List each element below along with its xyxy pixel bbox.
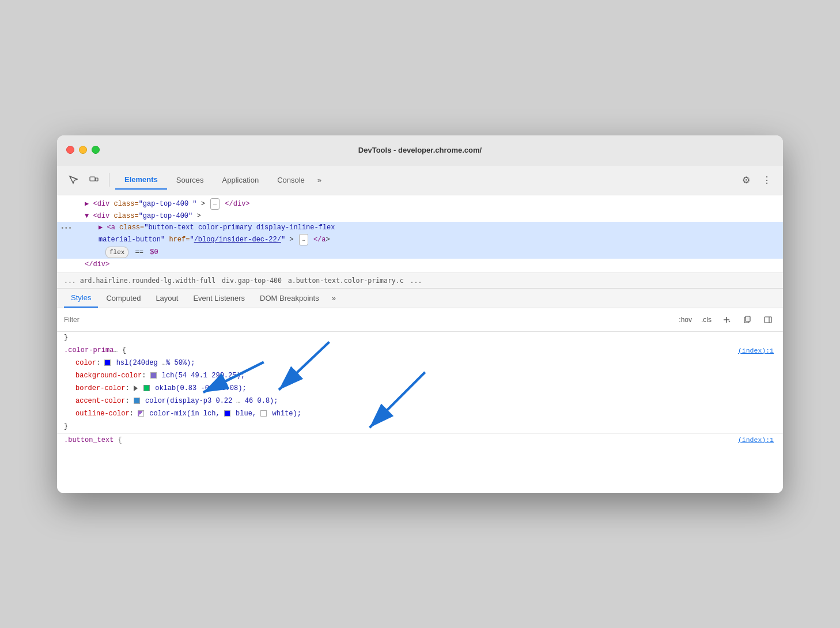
color-swatch-blue[interactable]	[104, 360, 111, 366]
add-style-icon[interactable]	[718, 312, 735, 328]
css-source-link-1[interactable]: (index):1	[738, 345, 774, 356]
arrow-down: ▼	[85, 212, 89, 220]
filter-input[interactable]	[64, 316, 672, 324]
color-swatch-mixed[interactable]	[138, 410, 144, 417]
more-style-tabs-button[interactable]: »	[330, 289, 338, 307]
devtools-window: DevTools - developer.chrome.com/ Element…	[57, 135, 783, 493]
css-selector-text: .color-prima	[64, 346, 113, 354]
css-closing-brace: }	[57, 421, 783, 433]
css-prop-border-color[interactable]: border-color: oklab(0.83 -0.2 0.08);	[57, 383, 783, 395]
copy-style-icon[interactable]	[739, 312, 755, 328]
three-dots: •••	[60, 223, 72, 233]
svg-rect-1	[96, 178, 99, 181]
color-swatch-purple[interactable]	[150, 372, 157, 379]
flex-badge[interactable]: flex	[105, 247, 128, 258]
hov-button[interactable]: :hov	[676, 315, 694, 325]
expand-triangle-icon[interactable]	[134, 385, 138, 391]
html-panel: ▶ <div class="gap-top-400 " > … </div> ▼…	[57, 195, 783, 273]
close-button[interactable]	[66, 146, 74, 154]
ellipsis-badge[interactable]: …	[210, 198, 220, 210]
breadcrumb-bar: ... ard.hairline.rounded-lg.width-full d…	[57, 273, 783, 289]
svg-rect-5	[746, 316, 750, 321]
styles-tab-bar: Styles Computed Layout Event Listeners D…	[57, 289, 783, 308]
window-title: DevTools - developer.chrome.com/	[358, 146, 482, 154]
filter-actions: :hov .cls	[676, 312, 776, 328]
css-bottom-rule[interactable]: .button_text { (index):1	[57, 433, 783, 447]
toggle-sidebar-icon[interactable]	[760, 312, 776, 328]
ellipsis-badge-2[interactable]: …	[299, 234, 308, 245]
color-swatch-blue-2[interactable]	[224, 410, 230, 417]
filter-bar: :hov .cls	[57, 308, 783, 332]
html-line-5[interactable]: </div>	[57, 259, 783, 270]
tab-layout[interactable]: Layout	[149, 289, 185, 307]
tab-event-listeners[interactable]: Event Listeners	[186, 289, 252, 307]
svg-rect-6	[765, 317, 771, 323]
css-source-link-2[interactable]: (index):1	[738, 436, 774, 444]
breadcrumb-item-4[interactable]: ...	[410, 277, 422, 285]
toolbar-right: ⚙ ⋮	[737, 171, 776, 189]
tab-console[interactable]: Console	[268, 171, 314, 189]
css-prop-background-color[interactable]: background-color: lch(54 49.1 290.25);	[57, 370, 783, 383]
cls-button[interactable]: .cls	[699, 315, 714, 325]
html-line-4-badge: flex == $0	[57, 246, 783, 259]
css-prop-outline-color[interactable]: outline-color: color-mix(in lch, blue, w…	[57, 408, 783, 421]
breadcrumb-item-1[interactable]: ... ard.hairline.rounded-lg.width-full	[64, 277, 215, 285]
html-line-2[interactable]: ▼ <div class="gap-top-400" >	[57, 210, 783, 222]
tab-bar: Elements Sources Application Console »	[115, 171, 735, 190]
main-toolbar: Elements Sources Application Console » ⚙…	[57, 165, 783, 195]
breadcrumb-item-3[interactable]: a.button-text.color-primary.c	[288, 277, 404, 285]
tab-styles[interactable]: Styles	[64, 289, 98, 308]
toolbar-divider	[109, 173, 109, 187]
tag-open: <	[93, 200, 97, 208]
css-panel-wrapper: } .color-prima… { (index):1 color: hsl(2…	[57, 332, 783, 493]
settings-icon[interactable]: ⚙	[737, 171, 755, 189]
html-line-3-selected[interactable]: ••• ▶ <a class="button-text color-primar…	[57, 222, 783, 233]
tag-punct: ▶	[85, 200, 89, 208]
attr-val: "gap-top-400 "	[139, 200, 197, 208]
device-toggle-icon[interactable]	[85, 171, 103, 189]
tab-computed[interactable]: Computed	[99, 289, 147, 307]
traffic-lights	[66, 146, 100, 154]
css-prop-accent-color[interactable]: accent-color: color(display-p3 0.22 … 46…	[57, 395, 783, 408]
color-swatch-green[interactable]	[143, 385, 150, 391]
attr-class: class=	[113, 200, 138, 208]
title-bar: DevTools - developer.chrome.com/	[57, 135, 783, 165]
more-options-icon[interactable]: ⋮	[758, 171, 776, 189]
tab-elements[interactable]: Elements	[115, 171, 167, 190]
tab-application[interactable]: Application	[213, 171, 268, 189]
more-tabs-button[interactable]: »	[314, 171, 325, 189]
tab-dom-breakpoints[interactable]: DOM Breakpoints	[253, 289, 326, 307]
html-line-3b-selected[interactable]: material-button" href="/blog/insider-dec…	[57, 233, 783, 246]
minimize-button[interactable]	[79, 146, 87, 154]
css-prop-color[interactable]: color: hsl(240deg …% 50%);	[57, 357, 783, 370]
color-swatch-white[interactable]	[260, 410, 267, 417]
breadcrumb-item-2[interactable]: div.gap-top-400	[222, 277, 282, 285]
css-closing-brace-prev: }	[57, 332, 783, 345]
maximize-button[interactable]	[92, 146, 100, 154]
tag-div: div	[97, 200, 110, 208]
svg-rect-0	[90, 177, 95, 181]
tab-sources[interactable]: Sources	[167, 171, 213, 189]
inspect-icon[interactable]	[64, 171, 82, 189]
color-swatch-teal[interactable]	[134, 398, 140, 404]
html-line-1[interactable]: ▶ <div class="gap-top-400 " > … </div>	[57, 198, 783, 210]
css-rule-selector[interactable]: .color-prima… { (index):1	[57, 345, 783, 357]
css-panel: } .color-prima… { (index):1 color: hsl(2…	[57, 332, 783, 493]
